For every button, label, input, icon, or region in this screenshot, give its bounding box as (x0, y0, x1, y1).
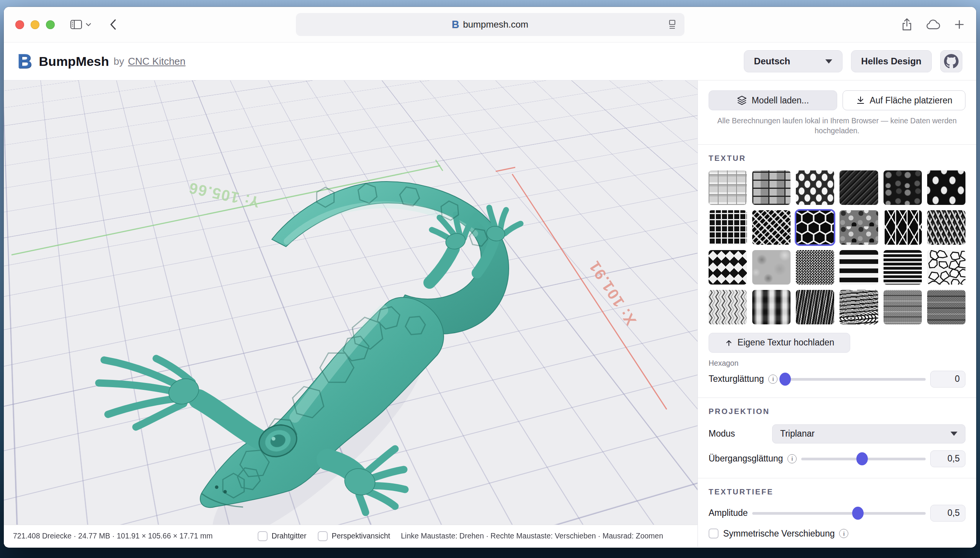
texture-swatch-brick-wall[interactable] (752, 171, 790, 205)
language-select-value: Deutsch (754, 56, 790, 67)
smoothing-slider[interactable] (782, 372, 926, 386)
info-icon[interactable]: i (839, 529, 848, 538)
texture-swatch-diamond-grid[interactable] (708, 250, 747, 284)
slider-thumb[interactable] (779, 373, 791, 386)
upload-texture-button[interactable]: Eigene Textur hochladen (708, 333, 850, 353)
texture-swatch-subway-tiles[interactable] (708, 171, 747, 205)
slider-thumb[interactable] (856, 452, 868, 465)
selected-texture-name: Hexagon (708, 359, 965, 368)
model-info-text: 721.408 Dreiecke · 24.77 MB · 101.91 × 1… (13, 532, 246, 541)
wireframe-label: Drahtgitter (272, 532, 306, 540)
theme-toggle-label: Helles Design (861, 56, 921, 67)
divider (698, 478, 976, 478)
divider (698, 144, 976, 145)
viewport-status-bar: 721.408 Dreiecke · 24.77 MB · 101.91 × 1… (4, 525, 697, 547)
amplitude-slider[interactable] (752, 506, 926, 520)
back-button[interactable] (109, 18, 117, 31)
texture-swatch-oval-dots[interactable] (796, 171, 834, 205)
texture-swatch-tweed[interactable] (796, 290, 834, 324)
smoothing-value[interactable]: 0 (930, 371, 965, 387)
place-on-surface-button[interactable]: Auf Fläche platzieren (843, 90, 965, 110)
projection-mode-select[interactable]: Triplanar (772, 424, 965, 443)
divider (698, 397, 976, 398)
theme-toggle-button[interactable]: Helles Design (851, 50, 932, 72)
load-model-label: Modell laden... (751, 95, 809, 106)
info-icon[interactable]: i (768, 374, 777, 384)
projection-section-heading: PROJEKTION (708, 407, 965, 416)
browser-toolbar: B bumpmesh.com (4, 7, 976, 42)
texture-swatch-static-noise[interactable] (796, 250, 834, 284)
3d-viewport[interactable]: Y: 105.66 X: 101.91 (4, 80, 697, 547)
texture-section-heading: TEXTUR (708, 154, 965, 163)
symmetric-displacement-label: Symmetrische Verschiebung (723, 528, 834, 539)
dropdown-arrow-icon (951, 432, 957, 436)
minimize-window-button[interactable] (31, 20, 39, 29)
perspective-checkbox[interactable] (318, 531, 328, 541)
texture-swatch-cobblestone[interactable] (883, 171, 922, 205)
texture-swatch-wide-stripes[interactable] (839, 250, 878, 284)
app-header: B BumpMesh by CNC Kitchen Deutsch Helles… (4, 42, 976, 80)
cloud-icon[interactable] (926, 19, 941, 30)
byline-text: by (114, 56, 124, 67)
texture-swatch-diagonal-weave[interactable] (752, 210, 790, 245)
control-panel: Modell laden... Auf Fläche platzieren Al… (697, 80, 976, 547)
site-favicon: B (452, 19, 460, 31)
info-icon[interactable]: i (787, 454, 797, 463)
github-link[interactable] (940, 50, 962, 72)
url-text: bumpmesh.com (463, 19, 528, 30)
texture-swatch-polka-dots[interactable] (927, 171, 965, 205)
amplitude-value[interactable]: 0,5 (930, 505, 965, 522)
bumpmesh-logo: B (18, 50, 32, 73)
local-processing-note: Alle Berechnungen laufen lokal in Ihrem … (708, 116, 965, 136)
texture-swatch-marble-glitch[interactable] (839, 290, 878, 324)
new-tab-icon[interactable] (954, 19, 965, 30)
texture-swatch-soft-noise[interactable] (752, 250, 790, 284)
projection-mode-value: Triplanar (780, 428, 815, 439)
page-format-icon[interactable] (668, 19, 677, 30)
mouse-hints-text: Linke Maustaste: Drehen · Rechte Maustas… (401, 532, 688, 541)
zoom-window-button[interactable] (46, 20, 55, 29)
close-window-button[interactable] (15, 20, 24, 29)
texture-grid (708, 171, 965, 324)
texture-swatch-voronoi-cracks[interactable] (927, 250, 965, 284)
browser-window: B bumpmesh.com (4, 7, 976, 548)
texture-swatch-triangle-lattice[interactable] (883, 210, 922, 245)
blend-value[interactable]: 0,5 (930, 450, 965, 467)
texture-swatch-thin-stripes[interactable] (883, 250, 922, 284)
symmetric-displacement-checkbox[interactable] (708, 528, 718, 538)
drop-down-icon (856, 96, 865, 105)
texture-swatch-knit[interactable] (927, 210, 965, 245)
depth-section-heading: TEXTURTIEFE (708, 487, 965, 496)
layers-icon (737, 95, 747, 105)
sidebar-toggle-icon[interactable] (70, 20, 82, 30)
place-on-surface-label: Auf Fläche platzieren (870, 95, 952, 106)
dropdown-arrow-icon (825, 59, 832, 64)
app-title: BumpMesh (39, 54, 109, 69)
smoothing-label: Texturglättung (708, 374, 764, 384)
texture-swatch-hex-camo[interactable] (839, 210, 878, 245)
texture-swatch-square-grid[interactable] (708, 210, 747, 245)
upload-arrow-icon (725, 338, 733, 347)
language-select[interactable]: Deutsch (744, 50, 843, 72)
chevron-down-icon[interactable] (85, 23, 92, 26)
amplitude-label: Amplitude (708, 508, 748, 518)
mode-label: Modus (708, 428, 766, 439)
author-link[interactable]: CNC Kitchen (128, 56, 185, 67)
texture-swatch-scales[interactable] (708, 290, 747, 324)
texture-swatch-rough-concrete[interactable] (883, 290, 922, 324)
address-bar[interactable]: B bumpmesh.com (296, 13, 684, 36)
texture-swatch-rough-stone[interactable] (927, 290, 965, 324)
texture-swatch-carbon-fiber[interactable] (839, 171, 878, 205)
traffic-lights (15, 20, 55, 29)
perspective-label: Perspektivansicht (332, 532, 390, 540)
load-model-button[interactable]: Modell laden... (708, 90, 837, 110)
blend-slider[interactable] (801, 452, 926, 466)
texture-swatch-hexagon[interactable] (796, 210, 834, 245)
share-icon[interactable] (901, 18, 913, 31)
slider-thumb[interactable] (852, 507, 864, 520)
wireframe-checkbox[interactable] (258, 531, 268, 541)
github-icon (944, 54, 959, 69)
ground-grid (4, 80, 697, 547)
texture-swatch-basket-weave[interactable] (752, 290, 790, 324)
upload-texture-label: Eigene Textur hochladen (738, 337, 834, 348)
